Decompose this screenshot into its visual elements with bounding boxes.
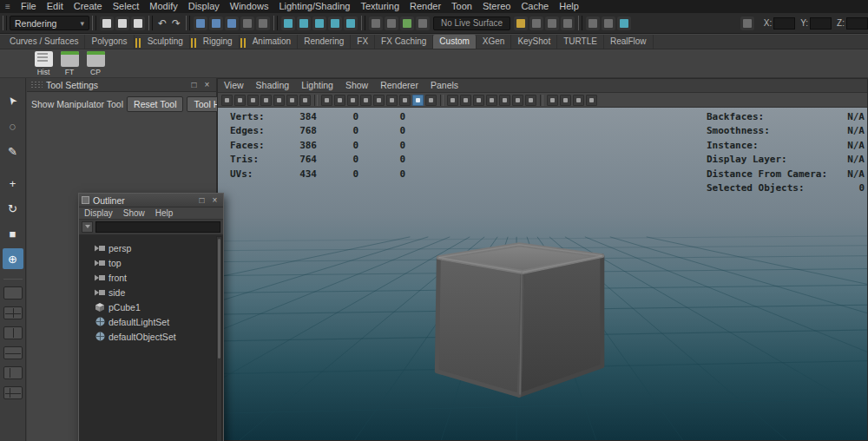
y-coordinate-input[interactable] xyxy=(810,17,832,30)
menu-stereo[interactable]: Stereo xyxy=(477,0,516,13)
statusline-grip[interactable] xyxy=(361,16,365,30)
redo-icon[interactable]: ↷ xyxy=(169,16,183,30)
menu-texturing[interactable]: Texturing xyxy=(355,0,404,13)
shelf-tab-xgen[interactable]: XGen xyxy=(477,35,512,49)
layout-two-pane-side-button[interactable] xyxy=(3,326,23,339)
highlight-selection-icon[interactable] xyxy=(256,16,270,30)
shelf-button-cp[interactable]: CP xyxy=(83,51,108,76)
outliner-item-top[interactable]: top xyxy=(79,255,223,270)
menu-render[interactable]: Render xyxy=(404,0,446,13)
shelf-button-ft[interactable]: FT xyxy=(57,51,82,76)
menu-cache[interactable]: Cache xyxy=(516,0,554,13)
make-object-live-icon[interactable] xyxy=(416,16,430,30)
outliner-scrollbar[interactable] xyxy=(216,236,222,441)
close-panel-icon[interactable]: × xyxy=(201,80,213,90)
shelf-tab-realflow[interactable]: RealFlow xyxy=(604,35,654,49)
menu-create[interactable]: Create xyxy=(69,0,108,13)
snap-to-view-planes-icon[interactable] xyxy=(344,16,358,30)
x-coordinate-input[interactable] xyxy=(773,17,795,30)
ipr-render-icon[interactable] xyxy=(529,16,543,30)
shelf-tab-custom[interactable]: Custom xyxy=(433,35,476,49)
menu-edit[interactable]: Edit xyxy=(42,0,69,13)
workspace-menu-icon[interactable]: ≡ xyxy=(0,2,16,11)
film-gate-icon[interactable] xyxy=(499,95,510,106)
field-chart-icon[interactable] xyxy=(460,95,471,106)
gamma-icon[interactable] xyxy=(560,95,571,106)
layout-persp-graph-button[interactable] xyxy=(3,386,23,399)
statusline-grip[interactable] xyxy=(148,16,153,30)
shelf-tab-sculpting[interactable]: Sculpting xyxy=(141,35,190,49)
gate-mask-icon[interactable] xyxy=(486,95,497,106)
render-current-frame-icon[interactable] xyxy=(514,16,528,30)
motion-blur-icon[interactable] xyxy=(399,95,411,106)
float-panel-icon[interactable]: □ xyxy=(188,80,200,90)
open-render-view-icon[interactable] xyxy=(586,16,600,30)
outliner-titlebar[interactable]: Outliner □ × xyxy=(79,194,223,207)
undo-icon[interactable]: ↶ xyxy=(155,16,169,30)
outliner-item-front[interactable]: front xyxy=(79,270,223,285)
menu-help[interactable]: Help xyxy=(554,0,584,13)
light-editor-icon[interactable] xyxy=(602,16,615,30)
shelf-tab-fx-caching[interactable]: FX Caching xyxy=(375,35,433,49)
viewport-menu-view[interactable]: View xyxy=(218,79,250,92)
viewport-menu-renderer[interactable]: Renderer xyxy=(374,79,424,92)
select-by-hierarchy-icon[interactable] xyxy=(194,16,207,30)
layout-four-pane-button[interactable] xyxy=(3,306,23,319)
shelf-tab-animation[interactable]: Animation xyxy=(247,35,298,49)
pcube-mesh[interactable] xyxy=(437,245,602,396)
shelf-tab-fx[interactable]: FX xyxy=(351,35,375,49)
ambient-occlusion-icon[interactable] xyxy=(386,95,398,106)
close-window-icon[interactable]: × xyxy=(209,195,220,206)
bookmark-icon[interactable] xyxy=(260,95,272,106)
lock-camera-icon[interactable] xyxy=(234,95,246,106)
outliner-item-side[interactable]: side xyxy=(79,285,223,299)
camera-attributes-icon[interactable] xyxy=(247,95,259,106)
layout-two-pane-stacked-button[interactable] xyxy=(3,346,23,359)
image-plane-icon[interactable] xyxy=(273,95,285,106)
paint-effects-icon[interactable] xyxy=(617,16,631,30)
viewport-menu-lighting[interactable]: Lighting xyxy=(295,79,339,92)
statusline-grip[interactable] xyxy=(578,16,582,30)
statusline-grip[interactable] xyxy=(186,16,190,30)
pan-zoom-2d-icon[interactable] xyxy=(286,95,298,106)
outliner-menu-show[interactable]: Show xyxy=(118,207,150,220)
menu-file[interactable]: File xyxy=(16,0,42,13)
menu-toon[interactable]: Toon xyxy=(446,0,477,13)
layout-outliner-persp-button[interactable] xyxy=(3,366,23,379)
select-camera-icon[interactable] xyxy=(221,95,233,106)
tool-settings-titlebar[interactable]: Tool Settings □ × xyxy=(27,78,216,92)
smooth-shade-icon[interactable] xyxy=(334,95,345,106)
move-tool-button[interactable]: + xyxy=(3,173,23,194)
hypershade-icon[interactable] xyxy=(561,16,575,30)
exposure-icon[interactable] xyxy=(547,95,558,106)
use-all-lights-icon[interactable] xyxy=(360,95,372,106)
menu-modify[interactable]: Modify xyxy=(144,0,182,13)
save-scene-icon[interactable] xyxy=(131,16,145,30)
snap-to-points-icon[interactable] xyxy=(312,16,326,30)
outliner-item-pcube1[interactable]: pCube1 xyxy=(79,299,223,314)
snap-to-grids-icon[interactable] xyxy=(281,16,295,30)
lasso-tool-button[interactable]: ◌ xyxy=(3,115,23,136)
filter-icon[interactable] xyxy=(82,221,93,233)
shadows-icon[interactable] xyxy=(373,95,385,106)
input-connections-icon[interactable] xyxy=(369,16,383,30)
depth-of-field-icon[interactable] xyxy=(425,95,437,106)
viewport-canvas-area[interactable]: Verts: 384 0 0 Edges: 768 0 0 Faces: 386 xyxy=(218,108,867,440)
rotate-tool-button[interactable]: ↻ xyxy=(3,198,23,219)
open-scene-icon[interactable] xyxy=(115,16,129,30)
live-surface-field[interactable]: No Live Surface xyxy=(433,16,510,30)
new-scene-icon[interactable] xyxy=(100,16,114,30)
statusline-grip[interactable] xyxy=(92,16,96,30)
select-tool-button[interactable]: ➤ xyxy=(3,90,23,111)
viewport-menu-shading[interactable]: Shading xyxy=(250,79,296,92)
statusline-grip[interactable] xyxy=(3,16,7,30)
safe-action-icon[interactable] xyxy=(512,95,523,106)
shelf-tab-curves-surfaces[interactable]: Curves / Surfaces xyxy=(3,35,85,49)
selection-mask-icon[interactable] xyxy=(240,16,254,30)
maximize-window-icon[interactable]: □ xyxy=(196,195,207,206)
statusline-grip[interactable] xyxy=(273,16,278,30)
shelf-button-hist[interactable]: Hist xyxy=(31,51,56,76)
outliner-menu-help[interactable]: Help xyxy=(150,207,179,220)
menu-windows[interactable]: Windows xyxy=(225,0,274,13)
menuset-dropdown[interactable]: Rendering ▾ xyxy=(10,16,89,30)
